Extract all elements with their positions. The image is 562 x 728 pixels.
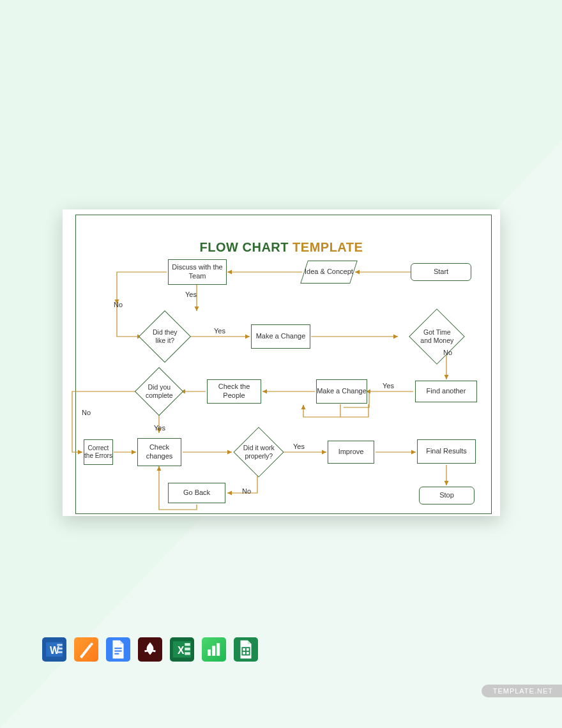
- excel-icon[interactable]: X: [170, 637, 194, 662]
- node-start: Start: [411, 263, 471, 281]
- title-part-a: FLOW CHART: [200, 240, 292, 254]
- node-idea: Idea & Concept: [300, 261, 358, 284]
- label-no4: No: [242, 487, 251, 495]
- svg-rect-30: [185, 648, 190, 650]
- label-yes3: Yes: [383, 382, 394, 390]
- node-find: Find another: [415, 381, 477, 402]
- node-change1: Make a Change: [251, 324, 310, 349]
- watermark-a: TEMPLATE: [493, 687, 535, 695]
- label-no2: No: [443, 349, 452, 356]
- template-page: FLOW CHART TEMPLATE: [63, 209, 500, 516]
- svg-rect-32: [208, 649, 211, 656]
- gsheets-icon[interactable]: [234, 637, 258, 662]
- pdf-icon[interactable]: [138, 637, 162, 662]
- svg-point-23: [90, 642, 93, 645]
- watermark-b: .NET: [535, 687, 553, 695]
- node-discuss: Discuss with the Team: [168, 259, 227, 285]
- svg-rect-22: [57, 651, 63, 653]
- svg-rect-21: [57, 648, 63, 649]
- node-back: Go Back: [168, 483, 225, 503]
- format-icons: W X: [42, 637, 258, 662]
- watermark: TEMPLATE.NET: [482, 685, 562, 697]
- svg-rect-29: [185, 643, 190, 646]
- svg-rect-31: [185, 652, 190, 655]
- label-yes4: Yes: [293, 443, 305, 450]
- svg-rect-34: [216, 643, 220, 656]
- title-part-b: TEMPLATE: [292, 240, 363, 254]
- page-frame: [75, 215, 492, 514]
- svg-rect-25: [114, 650, 121, 651]
- svg-rect-26: [114, 653, 119, 655]
- node-improve: Improve: [328, 441, 374, 464]
- svg-text:X: X: [178, 645, 185, 656]
- node-check: Check changes: [137, 438, 181, 466]
- label-yes-dup: Yes: [185, 291, 197, 298]
- svg-rect-20: [57, 644, 63, 646]
- page-title: FLOW CHART TEMPLATE: [63, 240, 500, 255]
- word-icon[interactable]: W: [42, 637, 66, 662]
- node-errors: Correct the Errors: [84, 439, 113, 465]
- svg-rect-24: [114, 648, 121, 649]
- label-yes1: Yes: [154, 424, 165, 432]
- svg-rect-33: [212, 646, 215, 656]
- gdocs-icon[interactable]: [106, 637, 130, 662]
- pages-icon[interactable]: [74, 637, 98, 662]
- svg-text:W: W: [50, 645, 59, 656]
- node-stop: Stop: [419, 487, 475, 504]
- node-final: Final Results: [417, 439, 476, 464]
- label-no3: No: [82, 409, 91, 416]
- label-yes2: Yes: [214, 327, 225, 335]
- numbers-icon[interactable]: [202, 637, 226, 662]
- node-people: Check the People: [207, 379, 261, 404]
- label-no1: No: [114, 301, 123, 308]
- node-change2: Make a Change: [316, 379, 367, 404]
